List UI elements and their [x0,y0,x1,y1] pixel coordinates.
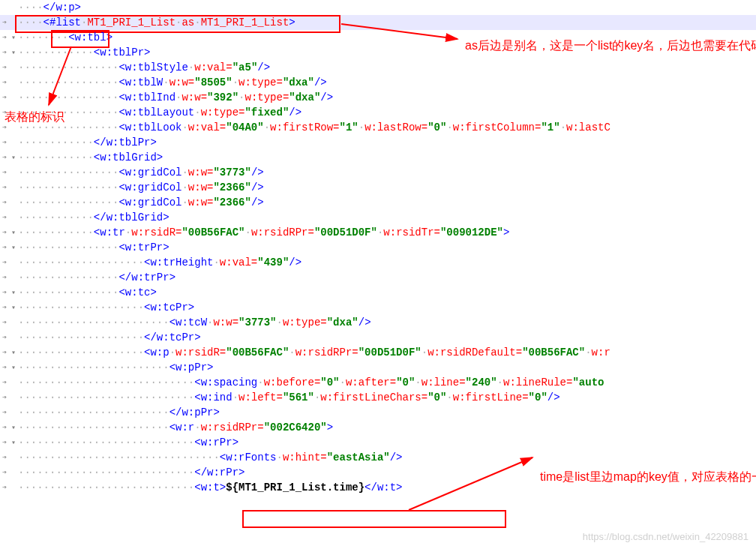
gutter-icon: ➔ [0,333,9,342]
ftl-alias: MT1_PRI_1_List [201,16,290,28]
code-line[interactable]: ➔ ▾ ························<w:pPr> [0,360,756,375]
collapse-icon[interactable]: ▾ [9,243,18,252]
code-line[interactable]: ➔ ································<w:rFo… [0,450,756,465]
gutter-icon: ➔ [0,378,9,387]
gutter-icon: ➔ [0,423,9,432]
code-line[interactable]: ➔ ················<w:gridCol·w:w="2366"/… [0,180,756,195]
code-line[interactable]: ➔ ▾ ····················<w:p·w:rsidR="00… [0,345,756,360]
code-line[interactable]: ➔ ····················<w:trHeight·w:val=… [0,255,756,270]
gutter-icon: ➔ [0,408,9,417]
code-line[interactable]: ➔ ························<w:tcW·w:w="37… [0,315,756,330]
gutter-icon: ➔ [0,168,9,177]
gutter-icon: ➔ [0,453,9,462]
collapse-icon[interactable]: ▾ [9,348,18,357]
gutter-icon: ➔ [0,348,9,357]
gutter-icon: ➔ [0,33,9,42]
gutter-icon: ➔ [0,138,9,147]
code-line[interactable]: ➔ ▾ ············<w:tblGrid> [0,150,756,165]
code-line[interactable]: ➔ ················<w:gridCol·w:w="2366"/… [0,195,756,210]
gutter-icon: ➔ [0,78,9,87]
collapse-icon[interactable]: ▾ [9,48,18,57]
collapse-icon[interactable]: ▾ [9,438,18,447]
gutter-icon: ➔ [0,63,9,72]
code-line[interactable]: ➔ ▾ ············<w:tr·w:rsidR="00B56FAC"… [0,225,756,240]
gutter-icon: ➔ [0,273,9,282]
gutter-icon: ➔ [0,393,9,402]
xml-tag: <w:tbl> [68,32,112,44]
gutter-icon: ➔ [0,93,9,102]
code-line[interactable]: ➔ ················</w:trPr> [0,270,756,285]
ftl-var: MT1_PRI_1_List [87,16,176,28]
collapse-icon[interactable]: ▾ [9,303,18,312]
code-line-highlighted[interactable]: ➔ ····<#list·MT1_PRI_1_List·as·MT1_PRI_1… [0,15,756,30]
code-line[interactable]: ➔ ▾ ····················<w:tcPr> [0,300,756,315]
code-line[interactable]: ➔ ····························<w:ind·w:l… [0,390,756,405]
gutter-icon: ➔ [0,153,9,162]
gutter-icon: ➔ [0,483,9,492]
gutter-icon: ➔ [0,213,9,222]
code-line[interactable]: ➔ ▾ ····························<w:rPr> [0,435,756,450]
collapse-icon[interactable]: ▾ [9,33,18,42]
gutter-icon: ➔ [0,288,9,297]
gutter-icon: ➔ [0,258,9,267]
gutter-icon: ➔ [0,243,9,252]
gutter-icon: ➔ [0,303,9,312]
xml-attr: w:val= [194,62,232,74]
gutter-icon: ➔ [0,363,9,372]
code-line[interactable]: ➔ ················<w:tblInd·w:w="392"·w:… [0,90,756,105]
gutter-icon: ➔ [0,48,9,57]
gutter-icon: ➔ [0,438,9,447]
gutter-icon: ➔ [0,18,9,27]
code-line[interactable]: ➔ ············</w:tblGrid> [0,210,756,225]
collapse-icon[interactable]: ▾ [9,153,18,162]
code-line[interactable]: ➔ ························</w:pPr> [0,405,756,420]
ftl-keyword: as [182,16,194,28]
highlight-box-wt [242,510,506,528]
code-line[interactable]: ➔ ····························<w:spacing… [0,375,756,390]
code-line[interactable]: ➔ ▾ ················<w:tc> [0,285,756,300]
collapse-icon[interactable]: ▾ [9,288,18,297]
gutter-icon: ➔ [0,318,9,327]
gutter-icon: ➔ [0,228,9,237]
watermark: https://blog.csdn.net/weixin_42209881 [583,531,748,542]
collapse-icon[interactable]: ▾ [9,228,18,237]
ftl-directive: <#list [44,16,81,28]
xml-tag: <w:tblPr> [94,46,151,58]
xml-tag: </w:p> [44,2,81,14]
xml-val: "a5" [232,62,258,74]
code-line[interactable]: ➔ ▾ ················<w:trPr> [0,240,756,255]
code-line[interactable]: ····</w:p> [0,0,756,15]
gutter-icon: ➔ [0,198,9,207]
template-expression: ${MT1_PRI_1_List.time} [226,482,364,494]
code-line[interactable]: ➔ ················<w:tblW·w:w="8505"·w:t… [0,75,756,90]
collapse-icon[interactable]: ▾ [9,363,18,372]
annotation-as-alias: as后边是别名，这是一个list的key名，后边也需要在代码里映射对应的值 [465,38,742,54]
xml-tag: <w:tblStyle [118,62,188,74]
code-line[interactable]: ➔ ····················</w:tcPr> [0,330,756,345]
collapse-icon[interactable]: ▾ [9,423,18,432]
gutter-icon: ➔ [0,468,9,477]
code-line[interactable]: ➔ ············</w:tblPr> [0,135,756,150]
code-line[interactable]: ➔ ················<w:tblLook·w:val="04A0… [0,120,756,135]
code-line[interactable]: ➔ ················<w:gridCol·w:w="3773"/… [0,165,756,180]
gutter-icon: ➔ [0,183,9,192]
code-line[interactable]: ➔ ▾ ························<w:r·w:rsidR… [0,420,756,435]
annotation-table-marker: 表格的标识 [4,109,64,125]
code-line[interactable]: ➔ ················<w:tblLayout·w:type="f… [0,105,756,120]
annotation-time-key: time是list里边map的key值，对应表格的一列 [540,469,735,485]
code-line[interactable]: ➔ ················<w:tblStyle·w:val="a5"… [0,60,756,75]
